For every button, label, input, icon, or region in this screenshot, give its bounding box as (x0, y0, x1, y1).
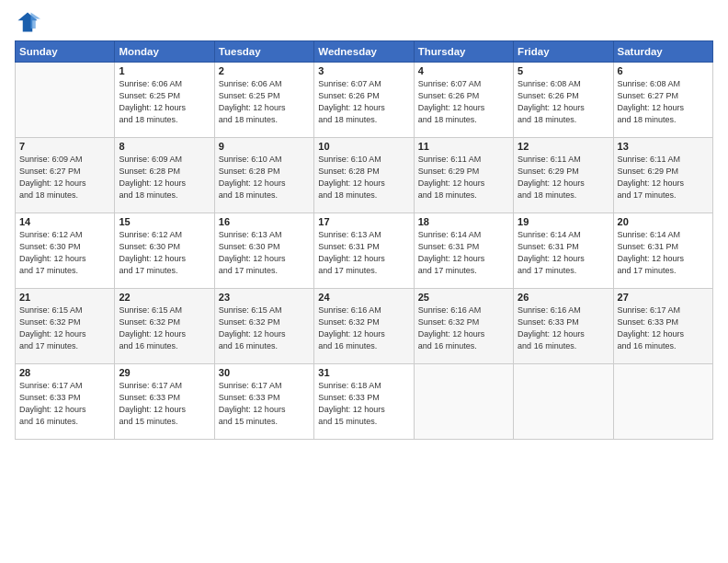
weekday-header-friday: Friday (514, 41, 613, 63)
day-info: Sunrise: 6:11 AMSunset: 6:29 PMDaylight:… (418, 154, 509, 201)
logo-icon (15, 9, 40, 35)
day-cell: 20Sunrise: 6:14 AMSunset: 6:31 PMDayligh… (613, 213, 712, 289)
day-number: 19 (518, 216, 609, 227)
day-info: Sunrise: 6:15 AMSunset: 6:32 PMDaylight:… (219, 304, 310, 352)
week-row-2: 7Sunrise: 6:09 AMSunset: 6:27 PMDaylight… (16, 138, 713, 213)
day-info: Sunrise: 6:17 AMSunset: 6:33 PMDaylight:… (219, 380, 310, 428)
week-row-4: 21Sunrise: 6:15 AMSunset: 6:32 PMDayligh… (16, 289, 713, 364)
day-cell: 15Sunrise: 6:12 AMSunset: 6:30 PMDayligh… (115, 213, 214, 289)
header (15, 9, 713, 35)
day-cell: 8Sunrise: 6:09 AMSunset: 6:28 PMDaylight… (115, 138, 214, 213)
day-number: 29 (119, 367, 210, 378)
weekday-header-tuesday: Tuesday (214, 41, 313, 63)
day-info: Sunrise: 6:11 AMSunset: 6:29 PMDaylight:… (518, 154, 609, 201)
day-number: 4 (418, 65, 509, 76)
day-number: 15 (119, 216, 210, 227)
day-number: 7 (19, 141, 110, 152)
weekday-header-thursday: Thursday (414, 41, 513, 63)
day-info: Sunrise: 6:12 AMSunset: 6:30 PMDaylight:… (19, 229, 110, 277)
day-info: Sunrise: 6:08 AMSunset: 6:26 PMDaylight:… (518, 78, 609, 126)
day-info: Sunrise: 6:16 AMSunset: 6:32 PMDaylight:… (418, 304, 509, 352)
weekday-header-row: SundayMondayTuesdayWednesdayThursdayFrid… (16, 41, 713, 63)
weekday-header-monday: Monday (115, 41, 214, 63)
day-info: Sunrise: 6:09 AMSunset: 6:27 PMDaylight:… (19, 154, 110, 201)
day-cell (514, 364, 613, 440)
day-number: 13 (618, 141, 709, 152)
day-info: Sunrise: 6:14 AMSunset: 6:31 PMDaylight:… (518, 229, 609, 277)
day-number: 27 (618, 292, 709, 303)
day-cell: 18Sunrise: 6:14 AMSunset: 6:31 PMDayligh… (414, 213, 513, 289)
day-info: Sunrise: 6:16 AMSunset: 6:32 PMDaylight:… (318, 304, 409, 352)
day-number: 10 (318, 141, 409, 152)
day-number: 21 (19, 292, 110, 303)
day-info: Sunrise: 6:18 AMSunset: 6:33 PMDaylight:… (318, 380, 409, 428)
day-info: Sunrise: 6:13 AMSunset: 6:31 PMDaylight:… (318, 229, 409, 277)
day-cell: 29Sunrise: 6:17 AMSunset: 6:33 PMDayligh… (115, 364, 214, 440)
day-cell: 4Sunrise: 6:07 AMSunset: 6:26 PMDaylight… (414, 63, 513, 138)
day-number: 1 (119, 65, 210, 76)
day-info: Sunrise: 6:15 AMSunset: 6:32 PMDaylight:… (119, 304, 210, 352)
day-number: 22 (119, 292, 210, 303)
day-cell: 1Sunrise: 6:06 AMSunset: 6:25 PMDaylight… (115, 63, 214, 138)
day-info: Sunrise: 6:17 AMSunset: 6:33 PMDaylight:… (19, 380, 110, 428)
day-number: 17 (318, 216, 409, 227)
day-number: 9 (219, 141, 310, 152)
day-number: 14 (19, 216, 110, 227)
day-info: Sunrise: 6:07 AMSunset: 6:26 PMDaylight:… (418, 78, 509, 126)
week-row-1: 1Sunrise: 6:06 AMSunset: 6:25 PMDaylight… (16, 63, 713, 138)
week-row-5: 28Sunrise: 6:17 AMSunset: 6:33 PMDayligh… (16, 364, 713, 440)
day-cell (613, 364, 712, 440)
day-info: Sunrise: 6:08 AMSunset: 6:27 PMDaylight:… (618, 78, 709, 126)
page: SundayMondayTuesdayWednesdayThursdayFrid… (0, 0, 728, 563)
day-info: Sunrise: 6:09 AMSunset: 6:28 PMDaylight:… (119, 154, 210, 201)
day-number: 2 (219, 65, 310, 76)
day-cell: 31Sunrise: 6:18 AMSunset: 6:33 PMDayligh… (314, 364, 414, 440)
day-cell: 14Sunrise: 6:12 AMSunset: 6:30 PMDayligh… (16, 213, 115, 289)
day-info: Sunrise: 6:11 AMSunset: 6:29 PMDaylight:… (618, 154, 709, 201)
day-number: 18 (418, 216, 509, 227)
calendar-table: SundayMondayTuesdayWednesdayThursdayFrid… (15, 40, 713, 440)
day-info: Sunrise: 6:14 AMSunset: 6:31 PMDaylight:… (418, 229, 509, 277)
day-number: 8 (119, 141, 210, 152)
day-cell: 10Sunrise: 6:10 AMSunset: 6:28 PMDayligh… (314, 138, 414, 213)
day-number: 5 (518, 65, 609, 76)
day-cell: 9Sunrise: 6:10 AMSunset: 6:28 PMDaylight… (214, 138, 313, 213)
day-cell: 6Sunrise: 6:08 AMSunset: 6:27 PMDaylight… (613, 63, 712, 138)
day-number: 30 (219, 367, 310, 378)
day-cell: 2Sunrise: 6:06 AMSunset: 6:25 PMDaylight… (214, 63, 313, 138)
day-info: Sunrise: 6:10 AMSunset: 6:28 PMDaylight:… (318, 154, 409, 201)
day-number: 6 (618, 65, 709, 76)
day-cell: 12Sunrise: 6:11 AMSunset: 6:29 PMDayligh… (514, 138, 613, 213)
day-number: 24 (318, 292, 409, 303)
day-info: Sunrise: 6:10 AMSunset: 6:28 PMDaylight:… (219, 154, 310, 201)
day-cell: 23Sunrise: 6:15 AMSunset: 6:32 PMDayligh… (214, 289, 313, 364)
day-info: Sunrise: 6:17 AMSunset: 6:33 PMDaylight:… (119, 380, 210, 428)
day-number: 11 (418, 141, 509, 152)
day-cell: 5Sunrise: 6:08 AMSunset: 6:26 PMDaylight… (514, 63, 613, 138)
day-number: 20 (618, 216, 709, 227)
day-cell: 27Sunrise: 6:17 AMSunset: 6:33 PMDayligh… (613, 289, 712, 364)
day-info: Sunrise: 6:06 AMSunset: 6:25 PMDaylight:… (119, 78, 210, 126)
day-cell: 25Sunrise: 6:16 AMSunset: 6:32 PMDayligh… (414, 289, 513, 364)
day-number: 25 (418, 292, 509, 303)
day-cell: 22Sunrise: 6:15 AMSunset: 6:32 PMDayligh… (115, 289, 214, 364)
logo (15, 9, 44, 35)
weekday-header-wednesday: Wednesday (314, 41, 414, 63)
day-number: 23 (219, 292, 310, 303)
weekday-header-saturday: Saturday (613, 41, 712, 63)
day-cell: 13Sunrise: 6:11 AMSunset: 6:29 PMDayligh… (613, 138, 712, 213)
day-cell: 26Sunrise: 6:16 AMSunset: 6:33 PMDayligh… (514, 289, 613, 364)
day-cell: 24Sunrise: 6:16 AMSunset: 6:32 PMDayligh… (314, 289, 414, 364)
day-cell (414, 364, 513, 440)
weekday-header-sunday: Sunday (16, 41, 115, 63)
day-info: Sunrise: 6:07 AMSunset: 6:26 PMDaylight:… (318, 78, 409, 126)
day-cell: 17Sunrise: 6:13 AMSunset: 6:31 PMDayligh… (314, 213, 414, 289)
day-cell: 7Sunrise: 6:09 AMSunset: 6:27 PMDaylight… (16, 138, 115, 213)
day-number: 3 (318, 65, 409, 76)
day-cell: 21Sunrise: 6:15 AMSunset: 6:32 PMDayligh… (16, 289, 115, 364)
day-cell (16, 63, 115, 138)
day-info: Sunrise: 6:14 AMSunset: 6:31 PMDaylight:… (618, 229, 709, 277)
day-cell: 30Sunrise: 6:17 AMSunset: 6:33 PMDayligh… (214, 364, 313, 440)
day-info: Sunrise: 6:16 AMSunset: 6:33 PMDaylight:… (518, 304, 609, 352)
day-info: Sunrise: 6:15 AMSunset: 6:32 PMDaylight:… (19, 304, 110, 352)
